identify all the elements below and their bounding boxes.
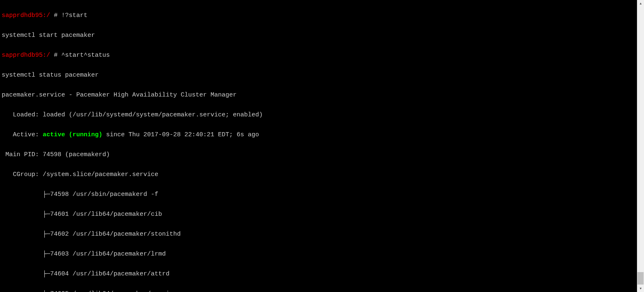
cgroup-value: /system.slice/pacemaker.service xyxy=(43,171,158,178)
cgroup-proc: ├─74598 /usr/sbin/pacemakerd -f xyxy=(2,190,635,200)
command-text: ^start^status xyxy=(61,52,110,59)
terminal-output[interactable]: sapprdhdb95:/ # !?start systemctl start … xyxy=(0,0,637,292)
command-text: !?start xyxy=(61,12,87,19)
cgroup-proc: ├─74603 /usr/lib64/pacemaker/lrmd xyxy=(2,249,635,259)
scroll-down-button[interactable]: ▼ xyxy=(637,285,644,292)
service-name: pacemaker.service - Pacemaker High Avail… xyxy=(2,90,635,100)
mainpid-label: Main PID: xyxy=(2,151,43,158)
command-expanded: systemctl status pacemaker xyxy=(2,70,635,80)
cgroup-proc: ├─74602 /usr/lib64/pacemaker/stonithd xyxy=(2,229,635,239)
command-expanded: systemctl start pacemaker xyxy=(2,31,635,41)
prompt-symbol: # xyxy=(50,52,61,59)
loaded-label: Loaded: xyxy=(2,111,43,118)
prompt-host: sapprdhdb95:/ xyxy=(2,52,50,59)
active-status: active (running) xyxy=(43,131,102,138)
cgroup-proc: ├─74605 /usr/lib64/pacemaker/pengine xyxy=(2,289,635,292)
prompt-symbol: # xyxy=(50,12,61,19)
cgroup-proc: ├─74604 /usr/lib64/pacemaker/attrd xyxy=(2,269,635,279)
prompt-host: sapprdhdb95:/ xyxy=(2,12,50,19)
active-since: since Thu 2017-09-28 22:40:21 EDT; 6s ag… xyxy=(102,131,259,138)
cgroup-label: CGroup: xyxy=(2,171,43,178)
active-label: Active: xyxy=(2,131,43,138)
scroll-thumb[interactable] xyxy=(637,272,644,285)
cgroup-proc: ├─74601 /usr/lib64/pacemaker/cib xyxy=(2,210,635,220)
loaded-value: loaded (/usr/lib/systemd/system/pacemake… xyxy=(43,111,263,118)
mainpid-value: 74598 (pacemakerd) xyxy=(43,151,110,158)
scrollbar[interactable]: ▲ ▼ xyxy=(637,0,644,292)
scroll-up-button[interactable]: ▲ xyxy=(637,0,644,7)
